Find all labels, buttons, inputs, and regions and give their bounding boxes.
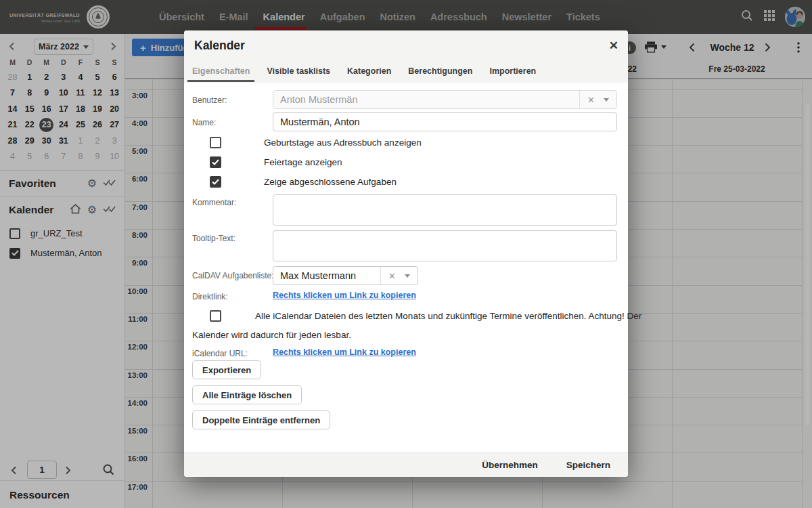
dialog-checkbox-row: Geburtstage aus Adressbuch anzeigen — [210, 137, 422, 148]
benutzer-label: Benutzer: — [192, 96, 227, 105]
dialog-footer: ÜbernehmenSpeichern — [184, 452, 628, 477]
caldav-label: CalDAV Aufgabenliste: — [192, 271, 274, 280]
name-value: Mustermän, Anton — [280, 117, 360, 127]
tooltip-label: Tooltip-Text: — [192, 234, 235, 243]
dialog-checkbox[interactable] — [210, 176, 221, 188]
action-button-doppelte-eintr-ge-entfernen[interactable]: Doppelte Einträge entfernen — [192, 410, 330, 429]
publish-checkbox[interactable] — [210, 310, 221, 322]
dialog-checkbox-label: Zeige abgeschlossene Aufgaben — [264, 177, 397, 187]
footer-button-speichern[interactable]: Speichern — [566, 460, 610, 470]
direktlink-label: Direktlink: — [192, 292, 228, 301]
dialog-tabs: EigenschaftenVisible tasklistsKategorien… — [192, 66, 536, 82]
kommentar-textarea[interactable] — [273, 194, 617, 226]
chevron-down-icon[interactable] — [405, 274, 410, 278]
publish-text-line2: Kalender wird dadurch für jeden lesbar. — [192, 330, 351, 340]
dialog-checkbox[interactable] — [210, 137, 221, 148]
publish-text-line1: Alle iCalendar Dateien des letzten Monat… — [255, 311, 641, 321]
ical-url-label: iCalendar URL: — [192, 349, 248, 358]
calendar-properties-dialog: Kalender ✕ EigenschaftenVisible tasklist… — [184, 30, 628, 477]
ical-url-link[interactable]: Rechts klicken um Link zu kopieren — [273, 347, 416, 357]
publish-checkbox-row: Alle iCalendar Dateien des letzten Monat… — [192, 310, 641, 322]
direktlink-link[interactable]: Rechts klicken um Link zu kopieren — [273, 291, 416, 300]
tab-kategorien[interactable]: Kategorien — [347, 66, 391, 82]
dialog-checkbox-row: Feiertage anzeigen — [210, 156, 342, 168]
chevron-down-icon[interactable] — [604, 98, 609, 102]
name-label: Name: — [192, 118, 216, 127]
caldav-field[interactable]: Max Mustermann ✕ — [273, 266, 418, 285]
action-button-alle-eintr-ge-l-schen[interactable]: Alle Einträge löschen — [192, 385, 302, 404]
caldav-value: Max Mustermann — [280, 270, 356, 281]
name-field[interactable]: Mustermän, Anton — [273, 112, 617, 131]
benutzer-field[interactable]: Anton Mustermän ✕ — [273, 90, 617, 109]
tab-importieren[interactable]: Importieren — [489, 66, 536, 82]
clear-icon[interactable]: ✕ — [587, 96, 595, 104]
tab-visible-tasklists[interactable]: Visible tasklists — [267, 66, 330, 82]
tab-berechtigungen[interactable]: Berechtigungen — [408, 66, 472, 82]
dialog-checkbox-label: Geburtstage aus Adressbuch anzeigen — [264, 137, 422, 148]
footer-button--bernehmen[interactable]: Übernehmen — [482, 460, 538, 470]
dialog-checkbox[interactable] — [210, 156, 221, 168]
dialog-checkbox-label: Feiertage anzeigen — [264, 157, 342, 167]
dialog-checkbox-row: Zeige abgeschlossene Aufgaben — [210, 176, 397, 188]
app-root: UNIVERSITÄT GREIFSWALD Wissen lockt. Sei… — [0, 0, 812, 508]
action-button-exportieren[interactable]: Exportieren — [192, 360, 261, 379]
close-icon[interactable]: ✕ — [609, 39, 618, 53]
dialog-title: Kalender — [194, 39, 245, 53]
tooltip-textarea[interactable] — [273, 230, 617, 261]
kommentar-label: Kommentar: — [192, 198, 236, 207]
clear-icon[interactable]: ✕ — [388, 272, 396, 280]
benutzer-value: Anton Mustermän — [280, 94, 357, 105]
tab-eigenschaften[interactable]: Eigenschaften — [192, 66, 250, 82]
